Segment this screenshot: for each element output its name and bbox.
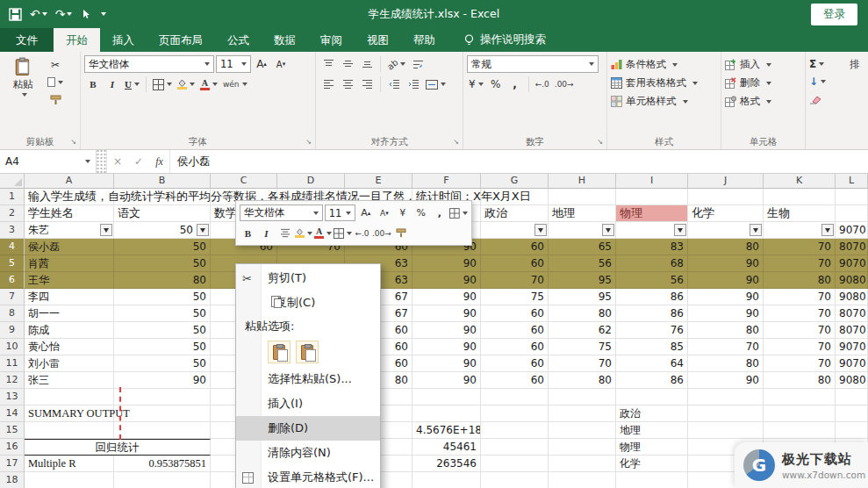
cell-J7[interactable]: 90 [688,289,764,305]
paste-keep-formatting-icon[interactable] [268,341,291,363]
col-header-L[interactable]: L [836,174,868,189]
cell-B7[interactable]: 50 [114,289,211,305]
cell-J9[interactable]: 80 [688,322,764,339]
cell-H11[interactable]: 70 [549,355,616,372]
cell-J3[interactable] [688,222,764,239]
cell-L2[interactable] [836,205,868,222]
name-box[interactable]: A4 [0,150,97,173]
increase-decimal-icon[interactable]: ←.0 [534,75,551,93]
cell-J2[interactable]: 化学 [688,205,764,222]
row-header-17[interactable]: 17 [0,456,25,472]
italic-button[interactable]: I [104,75,121,93]
cell-H14[interactable] [549,405,616,422]
cell-J1[interactable] [688,189,764,205]
cell-G16[interactable] [481,439,549,456]
row-header-15[interactable]: 15 [0,422,25,439]
cell-J5[interactable]: 90 [688,255,764,272]
col-header-K[interactable]: K [764,174,836,189]
align-bottom-icon[interactable] [358,55,376,73]
cell-K8[interactable]: 70 [764,305,836,322]
cell-I11[interactable]: 64 [616,355,688,372]
cell-H6[interactable]: 95 [549,272,616,289]
bold-button[interactable]: B [84,75,102,93]
menu-insert[interactable]: 插入(I) [236,391,380,416]
cell-A6[interactable]: 王华 [25,272,114,289]
cell-L15[interactable] [836,422,868,439]
mini-bold-button[interactable]: B [240,225,256,241]
cell-B8[interactable]: 50 [114,305,211,322]
cell-G5[interactable]: 60 [481,255,549,272]
align-middle-icon[interactable] [339,55,356,73]
row-header-3[interactable]: 3 [0,222,25,239]
cell-A8[interactable]: 胡一一 [25,305,114,322]
filter-button-A3[interactable] [100,224,112,236]
cell-A16[interactable]: 回归统计 [25,439,211,456]
cell-B13[interactable] [114,389,211,405]
cell-H5[interactable]: 56 [549,255,616,272]
cell-F8[interactable]: 90 [412,305,481,322]
mini-comma-icon[interactable]: , [431,205,448,221]
filter-button-K3[interactable] [821,224,834,236]
cell-H3[interactable] [549,222,616,239]
mini-decrease-decimal-icon[interactable]: .00→ [372,225,391,241]
row-header-11[interactable]: 11 [0,355,25,372]
cell-L7[interactable]: 9080 [836,289,868,305]
filter-button-B3[interactable] [197,224,209,236]
alignment-dialog-launcher-icon[interactable] [451,138,461,147]
tab-insert[interactable]: 插入 [100,28,147,52]
increase-indent-icon[interactable] [405,75,422,93]
cell-K7[interactable]: 70 [764,289,836,305]
row-header-4[interactable]: 4 [0,239,25,255]
menu-format-cells[interactable]: 设置单元格格式(F)... [236,465,380,488]
mini-italic-button[interactable]: I [258,225,275,241]
cell-K5[interactable]: 70 [764,255,836,272]
cell-F16[interactable]: 45461 [412,439,481,456]
cell-K11[interactable]: 70 [764,355,836,372]
row-header-12[interactable]: 12 [0,372,25,389]
cell-K1[interactable] [764,189,836,205]
sign-in-button[interactable]: 登录 [811,4,857,25]
filter-button-J3[interactable] [750,224,762,236]
copy-button[interactable] [46,75,65,90]
cell-I6[interactable]: 56 [616,272,688,289]
cut-button[interactable]: ✂ [46,57,65,72]
cell-I1[interactable] [616,189,688,205]
cell-I16[interactable]: 物理 [616,439,688,456]
insert-cells-button[interactable]: 插入 [725,55,801,74]
orientation-button[interactable]: ab [385,55,407,73]
cell-G4[interactable]: 60 [481,239,549,255]
mini-decrease-font-icon[interactable]: A▾ [376,205,392,221]
cell-H17[interactable] [549,456,616,472]
cell-J11[interactable]: 80 [688,355,764,372]
cell-I18[interactable] [616,472,688,488]
touch-mouse-mode-icon[interactable] [80,9,91,20]
row-header-10[interactable]: 10 [0,339,25,355]
clipboard-dialog-launcher-icon[interactable] [68,138,78,147]
cell-F13[interactable] [412,389,481,405]
row-header-9[interactable]: 9 [0,322,25,339]
cell-B6[interactable]: 80 [114,272,211,289]
align-left-icon[interactable] [319,75,337,93]
cell-I2[interactable]: 物理 [616,205,688,222]
mini-increase-font-icon[interactable]: A▴ [357,205,374,221]
cell-styles-button[interactable]: 单元格样式 [611,92,717,111]
tab-home[interactable]: 开始 [54,28,100,52]
cell-G3[interactable] [481,222,549,239]
tab-review[interactable]: 审阅 [308,28,355,52]
mini-font-color-button[interactable]: A [314,225,332,241]
cell-H16[interactable] [549,439,616,456]
cell-A9[interactable]: 陈成 [25,322,114,339]
cell-H18[interactable] [549,472,616,488]
col-header-A[interactable]: A [25,174,114,189]
cell-I10[interactable]: 85 [616,339,688,355]
cell-L1[interactable] [836,189,868,205]
menu-clear-contents[interactable]: 清除内容(N) [236,441,380,465]
delete-cells-button[interactable]: 删除 [725,74,801,92]
number-format-combo[interactable]: 常规 [467,55,599,73]
cell-L9[interactable]: 8070 [836,322,868,339]
autosum-button[interactable]: Σ 排 [809,55,864,73]
cell-I3[interactable] [616,222,688,239]
cell-K13[interactable] [764,389,836,405]
cell-A4[interactable]: 侯小磊 [25,239,114,255]
fill-button[interactable]: ↓ [809,73,864,90]
